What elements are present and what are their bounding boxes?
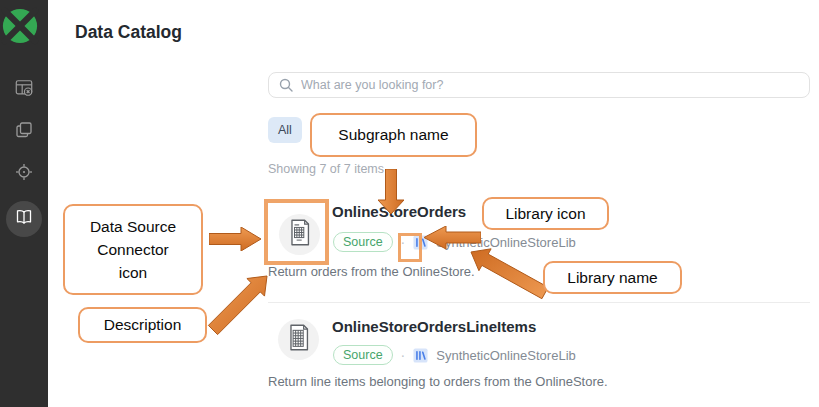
separator-dot: · bbox=[401, 347, 406, 363]
callout-data-source-connector-icon: Data Source Connector icon bbox=[63, 204, 203, 295]
filter-all-chip[interactable]: All bbox=[268, 117, 302, 143]
sidebar-item-projects[interactable] bbox=[14, 120, 34, 140]
arrow-upleft-library-name bbox=[465, 245, 550, 300]
item-description: Return orders from the OnlineStore. bbox=[268, 264, 475, 279]
callout-label: Subgraph name bbox=[338, 123, 448, 146]
item-meta-row: Source · SyntheticOnlineStoreLib bbox=[333, 344, 576, 366]
library-icon-highlight-box bbox=[398, 233, 422, 262]
callout-library-name: Library name bbox=[543, 261, 682, 294]
clover-logo-icon[interactable] bbox=[1, 7, 39, 45]
callout-label: Description bbox=[104, 313, 182, 336]
item-title[interactable]: OnlineStoreOrdersLineItems bbox=[332, 318, 536, 335]
callout-subgraph-name: Subgraph name bbox=[310, 113, 477, 157]
table-document-icon bbox=[287, 324, 311, 355]
filter-all-label: All bbox=[278, 123, 292, 137]
source-badge: Source bbox=[333, 232, 393, 252]
connector-icon-circle[interactable] bbox=[278, 319, 319, 360]
page-title: Data Catalog bbox=[75, 22, 182, 43]
data-catalog-screen: Data Catalog All Showing 7 of 7 items bbox=[0, 0, 819, 407]
source-badge: Source bbox=[333, 345, 393, 365]
results-count: Showing 7 of 7 items bbox=[268, 162, 384, 176]
list-divider bbox=[268, 302, 810, 303]
sidebar-item-data-catalog[interactable] bbox=[6, 201, 42, 237]
arrow-upright-description bbox=[205, 268, 275, 338]
arrow-right-connector bbox=[209, 227, 261, 251]
callout-label: Library icon bbox=[505, 202, 585, 225]
library-icon bbox=[413, 348, 428, 363]
callout-library-icon: Library icon bbox=[482, 197, 609, 230]
sidebar-item-tables[interactable] bbox=[14, 78, 34, 98]
sidebar bbox=[0, 0, 48, 407]
search-input[interactable] bbox=[268, 72, 810, 98]
callout-description: Description bbox=[78, 307, 207, 343]
library-name: SyntheticOnlineStoreLib bbox=[436, 348, 575, 363]
callout-label: Connector bbox=[97, 238, 169, 261]
sidebar-item-locate[interactable] bbox=[14, 162, 34, 182]
callout-label: Library name bbox=[567, 266, 657, 289]
callout-label: Data Source bbox=[90, 215, 176, 238]
connector-icon-highlight-box bbox=[264, 199, 329, 265]
callout-label: icon bbox=[119, 261, 147, 284]
item-description: Return line items belonging to orders fr… bbox=[268, 374, 608, 389]
book-icon bbox=[14, 207, 34, 231]
arrow-down-subgraph bbox=[378, 169, 404, 214]
